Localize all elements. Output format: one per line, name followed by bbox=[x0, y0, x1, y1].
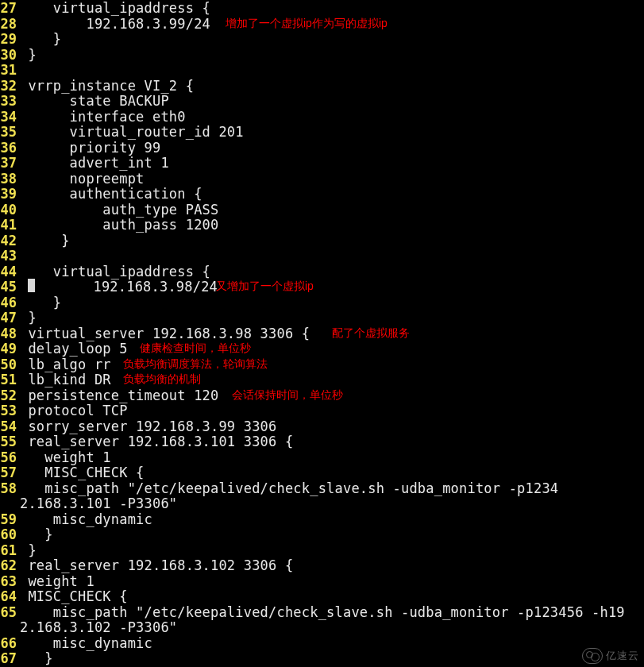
code-line[interactable]: 45 192.168.3.98/24又增加了一个虚拟ip bbox=[0, 279, 644, 295]
code-line[interactable]: 60 } bbox=[0, 526, 644, 542]
code-text: virtual_ipaddress { bbox=[20, 264, 210, 280]
code-text: advert_int 1 bbox=[20, 155, 169, 171]
code-text: real_server 192.168.3.102 3306 { bbox=[20, 557, 293, 573]
annotation-text: 负载均衡调度算法，轮询算法 bbox=[123, 357, 268, 372]
line-number: 42 bbox=[0, 233, 20, 249]
line-number: 50 bbox=[0, 357, 20, 372]
line-number: 55 bbox=[0, 434, 20, 449]
code-line[interactable]: 44 virtual_ipaddress { bbox=[0, 264, 644, 280]
code-line[interactable]: 37 advert_int 1 bbox=[0, 155, 644, 171]
code-editor[interactable]: 27 virtual_ipaddress {28 192.168.3.99/24… bbox=[0, 0, 644, 667]
code-line[interactable]: 29 } bbox=[0, 31, 644, 47]
code-line[interactable]: 38 nopreempt bbox=[0, 171, 644, 187]
code-text: } bbox=[20, 526, 53, 542]
code-text: virtual_ipaddress { bbox=[20, 0, 210, 16]
code-line[interactable]: 66 misc_dynamic bbox=[0, 635, 644, 651]
code-text: 2.168.3.102 -P3306" bbox=[20, 619, 177, 635]
annotation-text: 又增加了一个虚拟ip bbox=[216, 280, 314, 294]
line-number: 49 bbox=[0, 341, 20, 357]
code-line[interactable]: 48 virtual_server 192.168.3.98 3306 {配了个… bbox=[0, 326, 644, 341]
code-line[interactable]: 42 } bbox=[0, 233, 644, 249]
code-line[interactable]: 31 bbox=[0, 62, 644, 78]
line-number: 64 bbox=[0, 588, 20, 604]
code-line[interactable]: 39 authentication { bbox=[0, 186, 644, 202]
code-line[interactable]: 40 auth_type PASS bbox=[0, 202, 644, 218]
code-line[interactable]: 51 lb_kind DR负载均衡的机制 bbox=[0, 372, 644, 387]
code-text: } bbox=[20, 47, 37, 63]
code-text: priority 99 bbox=[20, 140, 160, 156]
code-line[interactable]: 53 protocol TCP bbox=[0, 403, 644, 418]
code-text: misc_path "/etc/keepalived/check_slave.s… bbox=[20, 480, 558, 496]
code-line[interactable]: 32 vrrp_instance VI_2 { bbox=[0, 78, 644, 94]
code-line[interactable]: 58 misc_path "/etc/keepalived/check_slav… bbox=[0, 480, 644, 496]
watermark: 亿速云 bbox=[582, 648, 639, 664]
code-text: } bbox=[20, 295, 61, 310]
code-line[interactable]: 47 } bbox=[0, 310, 644, 326]
line-number: 39 bbox=[0, 186, 20, 202]
code-line[interactable]: 35 virtual_router_id 201 bbox=[0, 124, 644, 140]
code-line[interactable]: 59 misc_dynamic bbox=[0, 511, 644, 527]
code-text: virtual_server 192.168.3.98 3306 { bbox=[20, 326, 310, 341]
line-number: 29 bbox=[0, 31, 20, 47]
line-number: 43 bbox=[0, 248, 20, 264]
code-line[interactable]: 64 MISC_CHECK { bbox=[0, 588, 644, 604]
line-number: 30 bbox=[0, 47, 20, 63]
code-line[interactable]: 46 } bbox=[0, 295, 644, 310]
code-text: } bbox=[20, 31, 61, 47]
line-number: 67 bbox=[0, 650, 20, 666]
line-number: 59 bbox=[0, 511, 20, 527]
line-number: 51 bbox=[0, 372, 20, 387]
code-line[interactable]: 61 } bbox=[0, 542, 644, 558]
line-number: 54 bbox=[0, 418, 20, 434]
line-number: 27 bbox=[0, 0, 20, 16]
code-line[interactable]: 50 lb_algo rr负载均衡调度算法，轮询算法 bbox=[0, 357, 644, 372]
line-number: 46 bbox=[0, 295, 20, 310]
code-text: protocol TCP bbox=[20, 403, 128, 418]
line-number: 58 bbox=[0, 480, 20, 496]
code-line[interactable]: 62 real_server 192.168.3.102 3306 { bbox=[0, 557, 644, 573]
code-line[interactable]: 36 priority 99 bbox=[0, 140, 644, 156]
line-number: 33 bbox=[0, 93, 20, 109]
code-text: MISC_CHECK { bbox=[20, 465, 145, 480]
code-line[interactable]: 57 MISC_CHECK { bbox=[0, 465, 644, 480]
annotation-text: 负载均衡的机制 bbox=[123, 372, 201, 387]
code-line[interactable]: 65 misc_path "/etc/keepalived/check_slav… bbox=[0, 604, 644, 620]
code-line-wrap[interactable]: 2.168.3.102 -P3306" bbox=[0, 619, 644, 635]
line-number: 48 bbox=[0, 326, 20, 341]
code-line[interactable]: 67 } bbox=[0, 650, 644, 666]
line-number: 62 bbox=[0, 557, 20, 573]
code-text: } bbox=[20, 310, 37, 326]
annotation-text: 增加了一个虚拟ip作为写的虚拟ip bbox=[226, 17, 388, 31]
code-line[interactable]: 41 auth_pass 1200 bbox=[0, 217, 644, 233]
code-line[interactable]: 34 interface eth0 bbox=[0, 109, 644, 125]
text-cursor bbox=[28, 279, 35, 292]
line-number: 56 bbox=[0, 449, 20, 465]
code-line[interactable]: 49 delay_loop 5健康检查时间，单位秒 bbox=[0, 341, 644, 357]
code-text: 192.168.3.98/24 bbox=[35, 279, 218, 295]
code-text: interface eth0 bbox=[20, 109, 186, 125]
code-line[interactable]: 52 persistence_timeout 120会话保持时间，单位秒 bbox=[0, 387, 644, 403]
line-number: 44 bbox=[0, 264, 20, 280]
code-line[interactable]: 56 weight 1 bbox=[0, 449, 644, 465]
code-text: real_server 192.168.3.101 3306 { bbox=[20, 434, 293, 449]
code-text: MISC_CHECK { bbox=[20, 588, 128, 604]
line-number: 28 bbox=[0, 16, 20, 32]
code-line[interactable]: 43 bbox=[0, 248, 644, 264]
code-text: lb_algo rr bbox=[20, 357, 111, 372]
code-line[interactable]: 30 } bbox=[0, 47, 644, 63]
line-number: 65 bbox=[0, 604, 20, 620]
code-line[interactable]: 54 sorry_server 192.168.3.99 3306 bbox=[0, 418, 644, 434]
annotation-text: 会话保持时间，单位秒 bbox=[232, 388, 343, 403]
line-number: 31 bbox=[0, 62, 20, 78]
code-line[interactable]: 27 virtual_ipaddress { bbox=[0, 0, 644, 16]
code-line[interactable]: 33 state BACKUP bbox=[0, 93, 644, 109]
line-number: 34 bbox=[0, 109, 20, 125]
line-number: 40 bbox=[0, 202, 20, 218]
code-line[interactable]: 55 real_server 192.168.3.101 3306 { bbox=[0, 434, 644, 449]
code-text: nopreempt bbox=[20, 171, 145, 187]
code-line-wrap[interactable]: 2.168.3.101 -P3306" bbox=[0, 495, 644, 511]
line-number: 32 bbox=[0, 78, 20, 94]
code-line[interactable]: 63 weight 1 bbox=[0, 573, 644, 589]
code-text: auth_pass 1200 bbox=[20, 217, 218, 233]
code-line[interactable]: 28 192.168.3.99/24增加了一个虚拟ip作为写的虚拟ip bbox=[0, 16, 644, 32]
